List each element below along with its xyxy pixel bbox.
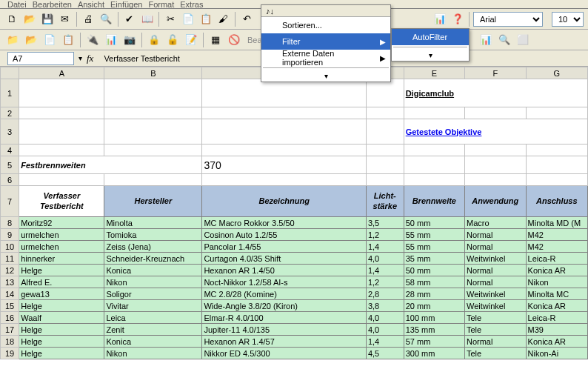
tb2-icon-10[interactable]: 📝: [183, 32, 199, 48]
rowhead[interactable]: 7: [1, 186, 19, 217]
cell-verfasser[interactable]: hinnerker: [19, 253, 104, 265]
tb2-icon-right-1[interactable]: 📊: [478, 32, 494, 48]
new-icon[interactable]: 🗋: [4, 11, 20, 27]
cell-lichtstaerke[interactable]: 4,0: [366, 253, 404, 265]
cell-reference[interactable]: A7: [7, 52, 74, 65]
rowhead[interactable]: 19: [1, 348, 19, 359]
tb2-icon-1[interactable]: 📁: [4, 32, 21, 48]
cell-brennweite[interactable]: 50 mm: [404, 217, 464, 229]
table-row[interactable]: 10urmelchenZeiss (Jena)Pancolar 1.4/551,…: [1, 241, 588, 253]
cell-bezeichnung[interactable]: Elmar-R 4.0/100: [202, 312, 367, 324]
colhead-B[interactable]: B: [104, 67, 202, 79]
cell-anwendung[interactable]: Normal: [464, 229, 526, 241]
cell-hersteller[interactable]: Schneider-Kreuznach: [104, 253, 202, 265]
colhead-G[interactable]: G: [526, 67, 587, 79]
cell-bezeichnung[interactable]: MC Macro Rokkor 3.5/50: [202, 217, 367, 229]
tb2-icon-12[interactable]: 🚫: [226, 32, 242, 48]
cell-anwendung[interactable]: Tele: [464, 324, 526, 336]
select-all-corner[interactable]: [1, 67, 19, 79]
save-icon[interactable]: 💾: [40, 11, 56, 27]
table-row[interactable]: 14gewa13SoligorMC 2.8/28 (Komine)2,828 m…: [1, 288, 588, 300]
cell-hersteller[interactable]: Zenit: [104, 324, 202, 336]
help-icon[interactable]: ❓: [450, 11, 465, 27]
tb2-icon-6[interactable]: 📊: [103, 32, 119, 48]
cell-hersteller[interactable]: Nikon: [104, 276, 202, 288]
font-family-select[interactable]: Arial: [473, 12, 543, 27]
cell-anwendung[interactable]: Normal: [464, 336, 526, 348]
cell-brennweite[interactable]: 50 mm: [404, 265, 464, 276]
tb2-icon-right-3[interactable]: ⬜: [515, 32, 531, 48]
rowhead[interactable]: 8: [1, 217, 19, 229]
menu-sortieren[interactable]: Sortieren...: [261, 17, 390, 33]
cell-lichtstaerke[interactable]: 1,4: [366, 241, 404, 253]
cell-lichtstaerke[interactable]: 3,5: [366, 217, 404, 229]
cell-verfasser[interactable]: Waalf: [19, 312, 104, 324]
rowhead[interactable]: 13: [1, 276, 19, 288]
chart-icon[interactable]: 📊: [432, 11, 447, 27]
cut-icon[interactable]: ✂: [163, 11, 178, 27]
cell-anschluss[interactable]: Nikon: [526, 276, 587, 288]
cell-anwendung[interactable]: Weitwinkel: [464, 288, 526, 300]
cell-verfasser[interactable]: Helge: [19, 300, 104, 312]
cell-brennweite[interactable]: 57 mm: [404, 336, 464, 348]
cell-verfasser[interactable]: Helge: [19, 348, 104, 359]
menu-bearbeiten[interactable]: Bearbeiten: [33, 0, 72, 9]
cell-anschluss[interactable]: Minolta MD (M: [526, 217, 587, 229]
colhead-F[interactable]: F: [464, 67, 526, 79]
cell-brennweite[interactable]: 55 mm: [404, 229, 464, 241]
cell-verfasser[interactable]: Helge: [19, 336, 104, 348]
cell-verfasser[interactable]: Helge: [19, 324, 104, 336]
rowhead[interactable]: 5: [1, 156, 19, 174]
tb2-icon-11[interactable]: ▦: [207, 32, 224, 48]
font-size-select[interactable]: 10: [552, 12, 584, 27]
format-painter-icon[interactable]: 🖌: [216, 11, 231, 27]
cell-anwendung[interactable]: Tele: [464, 312, 526, 324]
menu-expand-icon[interactable]: ▾: [261, 70, 390, 82]
cell-brennweite[interactable]: 300 mm: [404, 348, 464, 359]
menu-einfuegen[interactable]: Einfügen: [110, 0, 142, 9]
tb2-icon-2[interactable]: 📂: [23, 32, 39, 48]
rowhead[interactable]: 1: [1, 79, 19, 107]
cell-bezeichnung[interactable]: Jupiter-11 4.0/135: [202, 324, 367, 336]
cell-anschluss[interactable]: Nikon-Ai: [526, 348, 587, 359]
tb2-icon-7[interactable]: 📷: [121, 32, 138, 48]
preview-icon[interactable]: 🔍: [98, 11, 114, 27]
cell-brennweite[interactable]: 55 mm: [404, 241, 464, 253]
cell-anschluss[interactable]: Leica-R: [526, 312, 587, 324]
cell-lichtstaerke[interactable]: 2,8: [366, 288, 404, 300]
cell-anwendung[interactable]: Weitwinkel: [464, 300, 526, 312]
rowhead[interactable]: 12: [1, 265, 19, 276]
table-row[interactable]: 18HelgeKonicaHexanon AR 1.4/571,457 mmNo…: [1, 336, 588, 348]
table-row[interactable]: 17HelgeZenitJupiter-11 4.0/1354,0135 mmT…: [1, 324, 588, 336]
cell-bezeichnung[interactable]: MC 2.8/28 (Komine): [202, 288, 367, 300]
menu-autofilter[interactable]: AutoFilter: [392, 29, 469, 45]
cell-hersteller[interactable]: Leica: [104, 312, 202, 324]
rowhead[interactable]: 18: [1, 336, 19, 348]
cell-lichtstaerke[interactable]: 4,0: [366, 324, 404, 336]
cell-anwendung[interactable]: Normal: [464, 265, 526, 276]
menu-filter[interactable]: Filter ▶: [261, 33, 390, 50]
cell-bezeichnung[interactable]: Hexanon AR 1.4/57: [202, 336, 367, 348]
rowhead[interactable]: 17: [1, 324, 19, 336]
cell-bezeichnung[interactable]: Hexanon AR 1.4/50: [202, 265, 367, 276]
cell-verfasser[interactable]: gewa13: [19, 288, 104, 300]
paste-icon[interactable]: 📋: [198, 11, 213, 27]
table-row[interactable]: 11hinnerkerSchneider-KreuznachCurtagon 4…: [1, 253, 588, 265]
cell-hersteller[interactable]: Soligor: [104, 288, 202, 300]
cell-hersteller[interactable]: Konica: [104, 336, 202, 348]
cell-bezeichnung[interactable]: Wide-Angle 3.8/20 (Kiron): [202, 300, 367, 312]
open-icon[interactable]: 📂: [22, 11, 38, 27]
table-row[interactable]: 15HelgeVivitarWide-Angle 3.8/20 (Kiron)3…: [1, 300, 588, 312]
cell-anschluss[interactable]: Konica AR: [526, 300, 587, 312]
spreadsheet-grid[interactable]: A B C D E F G 1 Digicamclub 2 3 Getestet…: [0, 67, 588, 359]
table-row[interactable]: 8Moritz92MinoltaMC Macro Rokkor 3.5/503,…: [1, 217, 588, 229]
table-row[interactable]: 12HelgeKonicaHexanon AR 1.4/501,450 mmNo…: [1, 265, 588, 276]
cell-bezeichnung[interactable]: Pancolar 1.4/55: [202, 241, 367, 253]
cell-anwendung[interactable]: Normal: [464, 276, 526, 288]
rowhead[interactable]: 9: [1, 229, 19, 241]
table-row[interactable]: 19HelgeNikonNikkor ED 4.5/3004,5300 mmTe…: [1, 348, 588, 359]
cell-bezeichnung[interactable]: Curtagon 4.0/35 Shift: [202, 253, 367, 265]
cell-anwendung[interactable]: Macro: [464, 217, 526, 229]
rowhead[interactable]: 10: [1, 241, 19, 253]
mail-icon[interactable]: ✉: [57, 11, 73, 27]
